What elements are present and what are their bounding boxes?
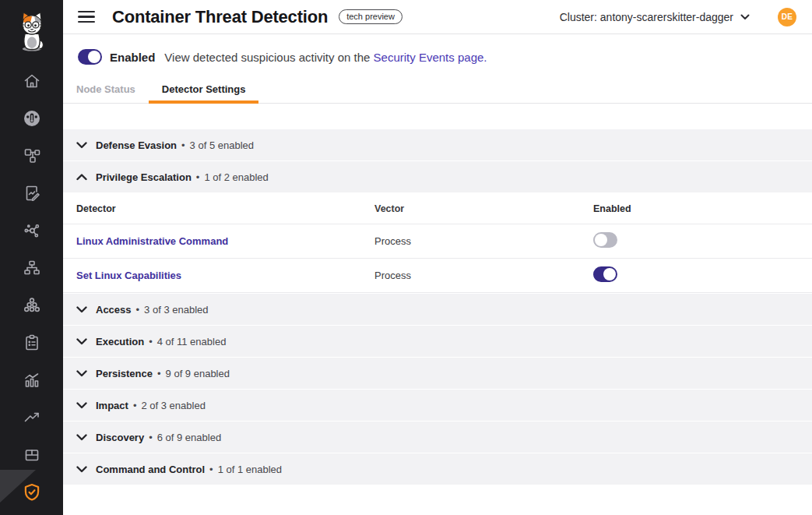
tab-detector-settings[interactable]: Detector Settings [149,80,259,103]
sidebar-item-performance[interactable] [0,399,63,436]
detector-link-set-linux-capabilities[interactable]: Set Linux Capabilities [76,270,181,281]
home-icon [23,72,41,90]
sidebar-item-packages[interactable] [0,436,63,474]
shield-check-icon [22,482,42,503]
feature-enabled-toggle[interactable] [78,49,102,65]
detector-toggle[interactable] [593,232,617,248]
main-area: Container Threat Detection tech preview … [63,0,812,515]
sidebar-item-threat-defense[interactable] [0,474,63,511]
sidebar-item-compliance[interactable] [0,324,63,362]
detector-table: Detector Vector Enabled Linux Administra… [63,193,812,293]
vector-value: Process [374,235,593,247]
cluster-selector[interactable]: Cluster: antony-scarerskitter-dagger [560,11,750,23]
category-row-command-and-control[interactable]: Command and Control • 1 of 1 enabled [63,453,812,485]
column-header-detector: Detector [76,203,374,214]
tab-bar: Node Status Detector Settings [63,80,812,104]
column-header-enabled: Enabled [593,203,812,214]
dashboard-gauge-icon [23,109,41,128]
sidebar-item-dashboard[interactable] [0,100,63,137]
category-row-access[interactable]: Access • 3 of 3 enabled [63,294,812,325]
category-row-persistence[interactable]: Persistence • 9 of 9 enabled [63,358,812,389]
chevron-down-icon [76,338,87,345]
chevron-down-icon [76,306,87,313]
app-window: Container Threat Detection tech preview … [0,0,812,515]
category-row-defense-evasion[interactable]: Defense Evasion • 3 of 5 enabled [63,129,812,160]
table-header-row: Detector Vector Enabled [63,193,812,224]
chevron-down-icon [76,402,87,409]
toggle-label: Enabled [110,51,155,64]
chevron-down-icon [76,434,87,441]
sidebar-item-workloads[interactable] [0,287,63,324]
detector-toggle[interactable] [593,266,617,282]
top-bar: Container Threat Detection tech preview … [63,0,812,34]
sidebar-item-network-sets[interactable] [0,249,63,287]
calico-cat-logo[interactable] [0,0,63,62]
service-graph-icon [23,146,41,165]
tech-preview-badge: tech preview [339,9,402,24]
security-events-link[interactable]: Security Events page. [374,51,487,64]
network-sitemap-icon [23,259,41,277]
user-avatar[interactable]: DE [778,8,796,26]
sidebar-item-reports[interactable] [0,175,63,212]
cat-mascot-icon [12,9,52,53]
sidebar [0,0,63,515]
category-row-impact[interactable]: Impact • 2 of 3 enabled [63,390,812,421]
package-box-icon [23,446,41,464]
chevron-down-icon [740,14,750,20]
sidebar-item-home[interactable] [0,62,63,100]
chevron-down-icon [76,142,87,149]
detector-settings-panel: Defense Evasion • 3 of 5 enabled Privile… [63,104,812,515]
vector-value: Process [374,270,593,281]
sidebar-item-service-graph[interactable] [0,137,63,175]
workload-circles-icon [23,296,41,315]
bar-chart-icon [23,371,41,390]
detector-link-linux-administrative-command[interactable]: Linux Administrative Command [76,235,228,247]
category-row-execution[interactable]: Execution • 4 of 11 enabled [63,326,812,357]
chevron-up-icon [76,174,87,181]
category-row-discovery[interactable]: Discovery • 6 of 9 enabled [63,422,812,453]
cluster-label: Cluster: antony-scarerskitter-dagger [560,11,733,23]
clipboard-list-icon [23,333,41,352]
tab-node-status[interactable]: Node Status [63,80,149,103]
sidebar-item-statistics[interactable] [0,362,63,399]
menu-toggle-button[interactable] [78,11,95,23]
category-row-privilege-escalation[interactable]: Privilege Escalation • 1 of 2 enabled [63,161,812,192]
table-row: Set Linux Capabilities Process [63,259,812,293]
column-header-vector: Vector [374,203,593,214]
trending-up-icon [23,408,41,427]
banner-description: View detected suspicious activity on the… [164,51,487,64]
chevron-down-icon [76,466,87,473]
page-title: Container Threat Detection [112,7,328,27]
report-pencil-icon [23,184,41,203]
sidebar-item-connectivity[interactable] [0,212,63,249]
feature-banner: Enabled View detected suspicious activit… [63,34,812,65]
connectivity-graph-icon [23,221,41,240]
table-row: Linux Administrative Command Process [63,224,812,259]
chevron-down-icon [76,370,87,377]
